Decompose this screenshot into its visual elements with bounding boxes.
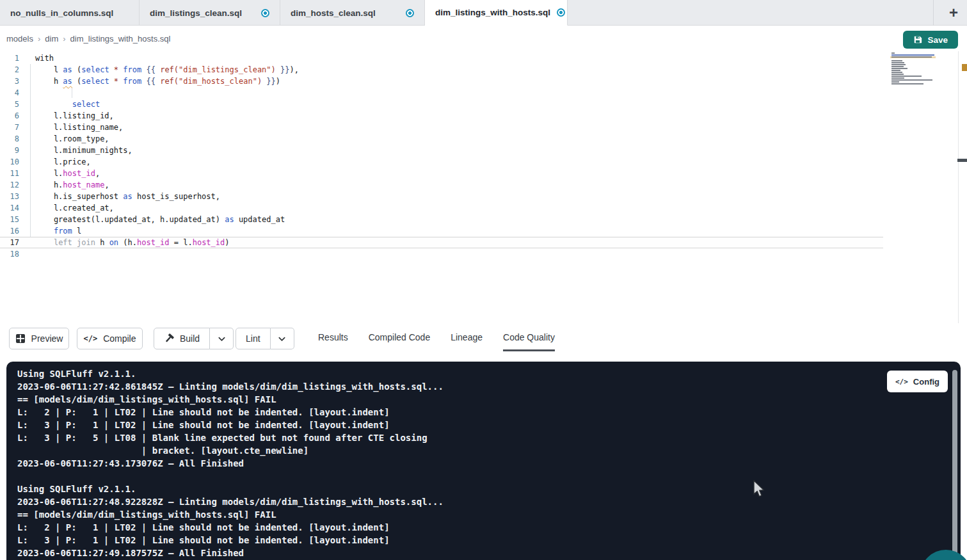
terminal-scrollbar[interactable]: [952, 370, 957, 557]
terminal-line: L: 3 | P: 1 | LT02 | Line should not be …: [17, 419, 961, 431]
code-line[interactable]: 4: [0, 87, 883, 99]
code-line[interactable]: 2 l as (select * from {{ ref("dim_listin…: [0, 64, 883, 76]
preview-button[interactable]: Preview: [9, 328, 69, 349]
modified-dot-icon: [406, 9, 414, 17]
tab-label: dim_listings_clean.sql: [150, 8, 242, 18]
terminal-line: 2023-06-06T11:27:49.187575Z — All Finish…: [17, 547, 961, 559]
save-button[interactable]: Save: [903, 31, 958, 49]
code-line[interactable]: 17 left join h on (h.host_id = l.host_id…: [0, 237, 883, 248]
code-line[interactable]: 10 l.price,: [0, 156, 883, 168]
code-line[interactable]: 12 h.host_name,: [0, 179, 883, 191]
code-editor[interactable]: 1with2 l as (select * from {{ ref("dim_l…: [0, 51, 967, 325]
line-code: from l: [19, 225, 81, 237]
code-line[interactable]: 1with: [0, 52, 883, 64]
tab-label: dim_hosts_clean.sql: [291, 8, 376, 18]
line-number: 16: [0, 225, 19, 237]
minimap-line: [891, 70, 900, 71]
breadcrumb-item[interactable]: dim_listings_with_hosts.sql: [70, 34, 171, 44]
line-number: 11: [0, 168, 19, 179]
hammer-icon: [164, 333, 174, 344]
line-code: l as (select * from {{ ref("dim_listings…: [19, 64, 299, 76]
breadcrumb-item[interactable]: models: [6, 34, 33, 44]
code-line[interactable]: 15 greatest(l.updated_at, h.updated_at) …: [0, 214, 883, 225]
new-tab-button[interactable]: +: [941, 0, 966, 26]
line-code: left join h on (h.host_id = l.host_id): [19, 237, 230, 248]
line-number: 2: [0, 64, 19, 76]
terminal-line: 2023-06-06T11:27:43.173076Z — All Finish…: [17, 457, 961, 470]
terminal-line: == [models/dim/dim_listings_with_hosts.s…: [17, 393, 961, 406]
terminal-line: L: 3 | P: 5 | LT08 | Blank line expected…: [17, 431, 961, 444]
minimap-line: [891, 66, 904, 67]
line-number: 1: [0, 52, 19, 64]
action-bar: Preview </> Compile Build Lint ResultsCo…: [0, 325, 967, 362]
minimap-line: [891, 74, 904, 75]
lint-dropdown-button[interactable]: [271, 328, 294, 349]
terminal-line: Using SQLFluff v2.1.1.: [17, 367, 961, 380]
code-line[interactable]: 6 l.listing_id,: [0, 110, 883, 122]
line-code: h.host_name,: [19, 179, 109, 191]
line-number: 13: [0, 191, 19, 202]
minimap-line: [891, 81, 899, 83]
modified-dot-icon: [557, 8, 565, 17]
build-button-label: Build: [180, 333, 200, 344]
panel-tab-code-quality[interactable]: Code Quality: [503, 325, 555, 351]
code-line[interactable]: 16 from l: [0, 225, 883, 237]
code-line[interactable]: 5 select: [0, 99, 883, 110]
preview-grid-icon: [15, 333, 26, 344]
code-line[interactable]: 11 l.host_id,: [0, 168, 883, 179]
panel-tab-compiled-code[interactable]: Compiled Code: [369, 325, 431, 351]
code-line[interactable]: 13 h.is_superhost as host_is_superhost,: [0, 191, 883, 202]
tab-dim_hosts_clean.sql[interactable]: dim_hosts_clean.sql: [280, 0, 425, 26]
line-number: 10: [0, 156, 19, 168]
terminal-line: 2023-06-06T11:27:48.922828Z — Linting mo…: [17, 495, 961, 508]
minimap-line: [891, 72, 902, 73]
minimap-line: [891, 64, 906, 65]
tab-no_nulls_in_columns.sql[interactable]: no_nulls_in_columns.sql: [0, 0, 140, 26]
code-line[interactable]: 18: [0, 248, 883, 260]
code-line[interactable]: 14 l.created_at,: [0, 202, 883, 214]
lint-button-label: Lint: [246, 333, 260, 344]
line-code: h as (select * from {{ ref("dim_hosts_cl…: [19, 76, 280, 87]
minimap-line: [891, 52, 895, 54]
line-number: 9: [0, 145, 19, 156]
panel-tab-lineage[interactable]: Lineage: [451, 325, 483, 351]
breadcrumb-item[interactable]: dim: [45, 34, 58, 44]
code-line[interactable]: 8 l.room_type,: [0, 133, 883, 145]
build-dropdown-button[interactable]: [210, 328, 234, 349]
line-number: 18: [0, 248, 19, 260]
lint-button[interactable]: Lint: [236, 328, 271, 349]
minimap-line: [891, 83, 923, 84]
line-number: 12: [0, 179, 19, 191]
line-number: 14: [0, 202, 19, 214]
tab-dim_listings_with_hosts.sql[interactable]: dim_listings_with_hosts.sql: [425, 0, 568, 26]
code-line[interactable]: 7 l.listing_name,: [0, 122, 883, 133]
overview-warning-marker[interactable]: [962, 64, 967, 71]
config-button[interactable]: </> Config: [887, 371, 948, 392]
line-code: select: [19, 99, 100, 110]
terminal-line: L: 3 | P: 1 | LT02 | Line should not be …: [17, 534, 961, 547]
tab-label: dim_listings_with_hosts.sql: [435, 8, 550, 17]
panel-tabs: ResultsCompiled CodeLineageCode Quality: [318, 325, 555, 353]
code-line[interactable]: 9 l.minimum_nights,: [0, 145, 883, 156]
minimap[interactable]: [890, 52, 936, 87]
line-number: 17: [0, 237, 19, 248]
line-code: l.price,: [19, 156, 91, 168]
modified-dot-icon: [261, 9, 269, 17]
compile-button-label: Compile: [103, 333, 136, 344]
tab-dim_listings_clean.sql[interactable]: dim_listings_clean.sql: [140, 0, 280, 26]
overview-cursor-marker[interactable]: [957, 159, 967, 162]
line-code: l.listing_id,: [19, 110, 114, 122]
terminal-line: L: 2 | P: 1 | LT02 | Line should not be …: [17, 406, 961, 419]
minimap-row: [890, 85, 936, 87]
breadcrumb: models›dim›dim_listings_with_hosts.sql: [6, 26, 170, 51]
panel-tab-results[interactable]: Results: [318, 325, 348, 351]
line-code: l.minimum_nights,: [19, 145, 132, 156]
compile-button[interactable]: </> Compile: [77, 328, 143, 349]
build-button[interactable]: Build: [154, 328, 210, 349]
breadcrumb-separator: ›: [63, 34, 65, 44]
terminal-output[interactable]: Using SQLFluff v2.1.1.2023-06-06T11:27:4…: [6, 362, 961, 560]
tab-bar-divider: [933, 0, 934, 26]
code-brackets-icon: </>: [83, 334, 97, 343]
code-line[interactable]: 3 h as (select * from {{ ref("dim_hosts_…: [0, 76, 883, 87]
terminal-line: | bracket. [layout.cte_newline]: [17, 444, 961, 457]
